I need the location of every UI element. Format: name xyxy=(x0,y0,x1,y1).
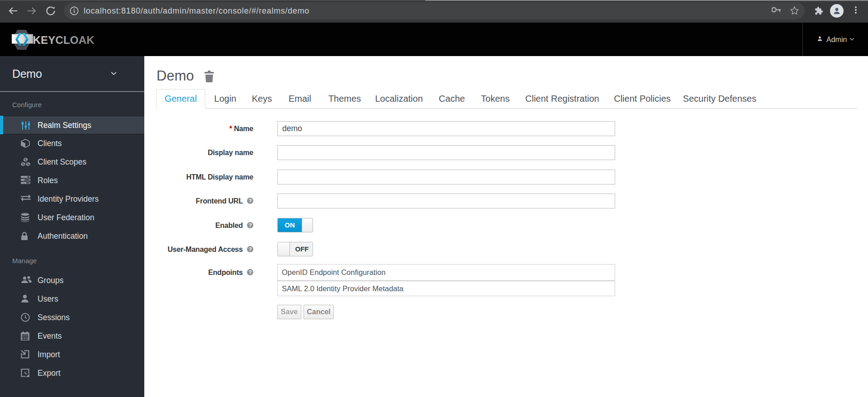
svg-text:KEYCLOAK: KEYCLOAK xyxy=(33,34,95,46)
